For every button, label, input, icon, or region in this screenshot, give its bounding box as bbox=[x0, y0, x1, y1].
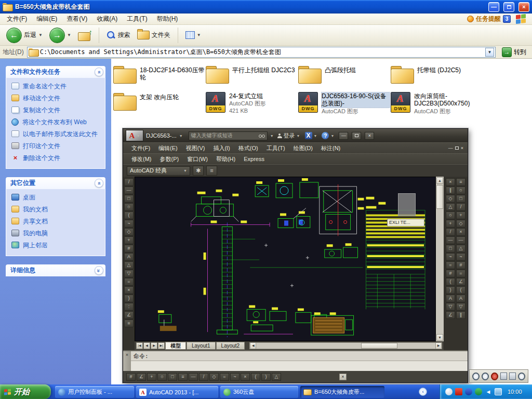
tray-volume-icon[interactable]: ◄ bbox=[485, 388, 492, 395]
acad-menu-file[interactable]: 文件(F) bbox=[127, 143, 154, 153]
acad-menu-express[interactable]: Express bbox=[240, 155, 269, 163]
scroll-up-icon[interactable]: ▲ bbox=[436, 177, 443, 184]
acad-menu-draw[interactable]: 绘图(D) bbox=[289, 143, 317, 153]
toolbar-icon[interactable]: A bbox=[446, 295, 455, 302]
toolbar-icon[interactable]: + bbox=[456, 211, 466, 219]
taskbar-item-360cloud[interactable]: 360云盘 bbox=[220, 386, 298, 398]
tray-app-icon[interactable] bbox=[465, 388, 472, 395]
acad-menu-modify[interactable]: 修改(M) bbox=[127, 154, 156, 164]
acad-menu-parametric[interactable]: 参数(P) bbox=[156, 154, 183, 164]
toolbar-icon[interactable]: ▽ bbox=[446, 303, 455, 311]
toolbar-icon[interactable]: = bbox=[124, 278, 134, 286]
place-my-documents[interactable]: 我的文档 bbox=[11, 206, 102, 214]
back-button[interactable]: ← 后退 ▼ bbox=[4, 26, 45, 44]
toolbar-icon[interactable]: ( bbox=[251, 373, 260, 381]
acad-close-button[interactable]: × bbox=[365, 132, 374, 140]
toolbar-icon[interactable]: ○ bbox=[124, 203, 134, 211]
toolbar-icon[interactable]: ◇ bbox=[456, 220, 466, 228]
toolbar-icon[interactable]: # bbox=[456, 261, 466, 269]
autocad-app-button[interactable]: A▼ bbox=[126, 130, 143, 141]
toolbar-icon[interactable]: △ bbox=[456, 245, 466, 252]
toolbar-icon[interactable]: ◇ bbox=[446, 195, 455, 203]
zoom-icon[interactable] bbox=[472, 373, 480, 380]
file-tile[interactable]: 平行上托辊组 DJC2C3 bbox=[206, 66, 297, 83]
toolbar-icon[interactable]: A bbox=[456, 295, 466, 302]
file-tile[interactable]: 凸弧段托辊 bbox=[298, 66, 390, 83]
file-tile[interactable]: 支架 改向压轮 bbox=[113, 93, 205, 110]
toolbar-icon[interactable]: ≡ bbox=[456, 178, 466, 186]
toolbar-icon[interactable]: × bbox=[446, 178, 455, 186]
horizontal-scroll-thumb[interactable] bbox=[361, 343, 397, 349]
record-icon[interactable] bbox=[491, 373, 498, 380]
toolbar-icon[interactable]: △ bbox=[272, 373, 281, 381]
tab-first-icon[interactable]: |◀ bbox=[136, 342, 143, 349]
place-my-computer[interactable]: 我的电脑 bbox=[11, 230, 102, 237]
taskbar-item-autocad[interactable]: A AutoCAD 2013 - [... bbox=[136, 386, 218, 398]
acad-menu-format[interactable]: 格式(O) bbox=[234, 143, 262, 153]
workspace-dropdown[interactable]: AutoCAD 经典▼ bbox=[127, 166, 190, 176]
tool-icon[interactable] bbox=[518, 373, 525, 380]
acad-menu-tools[interactable]: 工具(T) bbox=[262, 143, 289, 153]
go-button[interactable]: → 转到 bbox=[499, 47, 529, 58]
task-move[interactable]: 移动这个文件 bbox=[11, 95, 102, 102]
toolbar-icon[interactable]: △ bbox=[124, 261, 134, 269]
place-shared-documents[interactable]: 共享文档 bbox=[11, 218, 102, 225]
acad-menu-insert[interactable]: 插入(I) bbox=[209, 143, 234, 153]
acad-minimize-button[interactable]: — bbox=[339, 132, 348, 140]
file-tile[interactable]: 托带辊 (DJ2C5) bbox=[391, 66, 482, 83]
toolbar-icon[interactable]: ∠ bbox=[446, 311, 455, 319]
command-close-icon[interactable]: × bbox=[123, 351, 131, 371]
menu-tools[interactable]: 工具(T) bbox=[122, 13, 152, 25]
acad-menu-edit[interactable]: 编辑(E) bbox=[154, 143, 182, 153]
task-publish[interactable]: 将这个文件发布到 Web bbox=[11, 118, 102, 126]
toolbar-icon[interactable]: ▽ bbox=[124, 270, 134, 277]
tool-icon[interactable] bbox=[509, 373, 516, 380]
toolbar-icon[interactable]: — bbox=[189, 373, 198, 381]
toolbar-icon[interactable]: ≡ bbox=[178, 373, 188, 381]
toolbar-icon[interactable]: = bbox=[456, 270, 466, 277]
toolbar-icon[interactable]: △ bbox=[446, 203, 455, 211]
toolbar-icon[interactable]: ~ bbox=[124, 220, 134, 228]
toolbar-icon[interactable]: = bbox=[446, 261, 455, 269]
doc-close-icon[interactable]: × bbox=[461, 145, 463, 151]
file-tile-selected[interactable]: ADWG DJC6563-16-90-S(设备总装图)- AutoCAD 图形 bbox=[298, 92, 390, 114]
toolbar-icon[interactable]: : bbox=[124, 303, 134, 311]
toolbar-icon[interactable]: ( bbox=[124, 211, 134, 219]
task-rename[interactable]: 重命名这个文件 bbox=[11, 83, 102, 90]
drawing-canvas[interactable]: EXLI TE... bbox=[135, 177, 436, 341]
file-tasks-header[interactable]: 文件和文件夹任务 » bbox=[6, 66, 105, 78]
toolbar-icon[interactable]: ≡ bbox=[124, 320, 134, 327]
up-button[interactable]: ↑ bbox=[76, 29, 94, 42]
acad-restore-button[interactable] bbox=[352, 132, 361, 140]
toolbar-icon[interactable]: ∠ bbox=[124, 311, 134, 319]
toolbar-icon[interactable]: ▽ bbox=[456, 303, 466, 311]
scroll-left-icon[interactable]: ◀ bbox=[250, 343, 256, 349]
address-input[interactable] bbox=[40, 48, 483, 56]
tab-model[interactable]: 模型 bbox=[165, 342, 186, 350]
toolbar-icon[interactable]: □ bbox=[168, 373, 177, 381]
file-tile[interactable]: ADWG 改向滚筒组-DJC2B3(D500x750) AutoCAD 图形 bbox=[391, 92, 482, 114]
scroll-right-icon[interactable]: ▶ bbox=[435, 343, 442, 349]
scroll-down-icon[interactable]: ▼ bbox=[436, 334, 443, 341]
place-network[interactable]: 网上邻居 bbox=[11, 242, 102, 249]
close-button[interactable]: × bbox=[518, 2, 529, 12]
toolbar-icon[interactable]: ○ bbox=[157, 373, 167, 381]
tab-prev-icon[interactable]: ◀ bbox=[143, 342, 150, 349]
toolbar-icon[interactable]: ( bbox=[446, 278, 455, 286]
menu-file[interactable]: 文件(F) bbox=[2, 13, 32, 25]
tab-next-icon[interactable]: ▶ bbox=[151, 342, 157, 349]
views-button[interactable]: ▼ bbox=[183, 30, 203, 40]
menu-favorites[interactable]: 收藏(A) bbox=[92, 13, 122, 25]
tray-security-icon[interactable] bbox=[455, 388, 462, 395]
back-dropdown-icon[interactable]: ▼ bbox=[38, 33, 43, 37]
toolbar-icon[interactable]: ~ bbox=[230, 373, 240, 381]
address-dropdown-icon[interactable]: ▼ bbox=[485, 48, 494, 57]
toolbar-icon[interactable]: ◇ bbox=[124, 228, 134, 236]
taskbar-item-folder[interactable]: B=650大倾角皮带... bbox=[300, 386, 384, 398]
taskbar-item-control-panel[interactable]: 用户控制面板 - ... bbox=[55, 386, 134, 398]
acad-menu-dimension[interactable]: 标注(N) bbox=[317, 143, 344, 153]
toolbar-icon[interactable]: # bbox=[126, 373, 136, 381]
toolbar-icon[interactable]: / bbox=[456, 203, 466, 211]
help-button[interactable]: ?▼ bbox=[321, 132, 335, 139]
file-tile[interactable]: 18-DJC2F14-D630压带轮 bbox=[113, 66, 205, 83]
